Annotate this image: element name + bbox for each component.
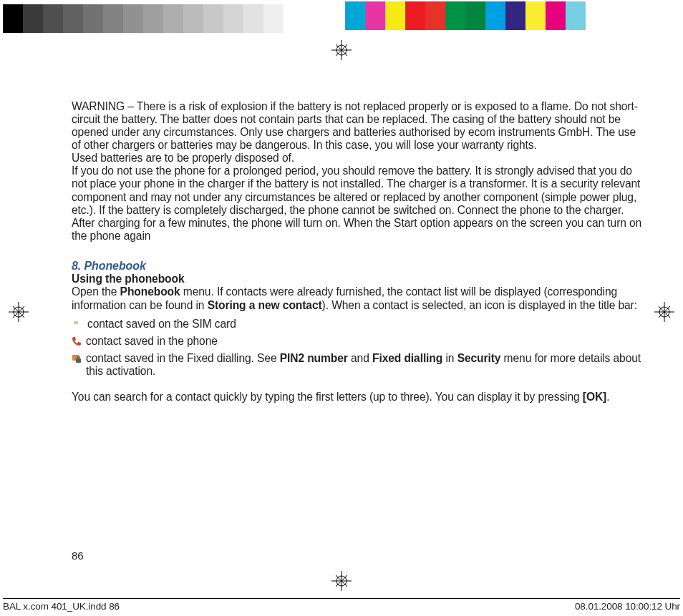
gray-swatch [223, 4, 243, 33]
color-swatch [365, 1, 385, 30]
gray-swatch [83, 4, 103, 33]
color-swatch [345, 1, 365, 30]
svg-rect-21 [76, 358, 81, 363]
print-footer: BAL x.com 401_UK.indd 86 08.01.2008 10:0… [3, 598, 680, 612]
gray-swatch [163, 4, 183, 33]
gray-swatch [123, 4, 143, 33]
fixed-dialling-text: contact saved in the Fixed dialling. See… [86, 352, 643, 378]
gray-swatch [23, 4, 43, 33]
sim-contact-text: contact saved on the SIM card [87, 318, 643, 331]
color-swatch [485, 1, 505, 30]
warning-paragraph: WARNING – There is a risk of explosion i… [72, 100, 643, 152]
gray-swatch [103, 4, 123, 33]
text: and [348, 352, 372, 364]
gray-swatch [143, 4, 163, 33]
gray-swatch [63, 4, 83, 33]
sim-card-icon [72, 319, 83, 329]
page-number: 86 [72, 549, 84, 562]
sim-contact-line: contact saved on the SIM card [72, 318, 643, 331]
text: ). When a contact is selected, an icon i… [322, 299, 637, 311]
footer-filename: BAL x.com 401_UK.indd 86 [3, 601, 120, 612]
grayscale-calibration-bar [3, 4, 321, 33]
gray-swatch [3, 4, 23, 33]
gray-swatch [203, 4, 223, 33]
bold-storing-contact: Storing a new contact [208, 299, 322, 311]
phone-icon [72, 336, 82, 346]
page-content: WARNING – There is a risk of explosion i… [72, 100, 643, 404]
color-swatch [425, 1, 445, 30]
bold-phonebook: Phonebook [120, 285, 180, 298]
text: . [606, 391, 609, 403]
section-title: 8. Phonebook [72, 260, 643, 273]
text: contact saved in the Fixed dialling. See [86, 352, 280, 364]
text: You can search for a contact quickly by … [72, 391, 583, 403]
search-contact-paragraph: You can search for a contact quickly by … [72, 391, 643, 404]
prolonged-use-paragraph: If you do not use the phone for a prolon… [72, 165, 643, 242]
gray-swatch [263, 4, 284, 33]
color-swatch [385, 1, 405, 30]
color-swatch [465, 1, 485, 30]
registration-mark-icon [9, 302, 29, 322]
phonebook-open-paragraph: Open the Phonebook menu. If contacts wer… [72, 285, 643, 311]
gray-swatch [183, 4, 203, 33]
gray-swatch [243, 4, 263, 33]
color-swatch [566, 1, 586, 30]
color-swatch [445, 1, 465, 30]
lock-sim-icon [72, 353, 82, 363]
registration-mark-icon [331, 40, 352, 60]
color-swatch [405, 1, 425, 30]
text: in [442, 352, 457, 364]
color-swatch [505, 1, 525, 30]
text: Open the [72, 285, 120, 298]
registration-mark-icon [331, 571, 352, 591]
gray-swatch [43, 4, 63, 33]
bold-fixed-dialling: Fixed dialling [372, 352, 442, 364]
footer-timestamp: 08.01.2008 10:00:12 Uhr [575, 601, 680, 612]
registration-mark-icon [654, 302, 674, 322]
color-calibration-bar [345, 1, 586, 30]
color-swatch [546, 1, 566, 30]
color-swatch [525, 1, 546, 30]
bold-pin2: PIN2 number [280, 352, 348, 364]
battery-disposal-line: Used batteries are to be properly dispos… [72, 152, 643, 165]
phone-contact-text: contact saved in the phone [86, 335, 643, 348]
section-subhead: Using the phonebook [72, 273, 643, 285]
bold-ok: [OK] [583, 391, 606, 403]
bold-security: Security [457, 352, 501, 364]
gray-swatch [284, 4, 304, 33]
fixed-dialling-line: contact saved in the Fixed dialling. See… [72, 352, 643, 378]
phone-contact-line: contact saved in the phone [72, 335, 643, 348]
